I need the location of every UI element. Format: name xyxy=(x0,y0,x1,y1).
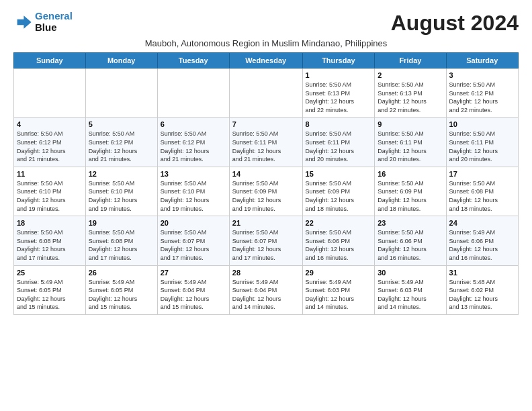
svg-marker-0 xyxy=(17,15,32,29)
day-number: 6 xyxy=(161,120,226,128)
col-friday: Friday xyxy=(375,53,446,68)
week-row-3: 18Sunrise: 5:50 AM Sunset: 6:08 PM Dayli… xyxy=(14,216,519,265)
day-detail: Sunrise: 5:50 AM Sunset: 6:11 PM Dayligh… xyxy=(378,130,443,163)
day-number: 5 xyxy=(89,120,154,128)
day-detail: Sunrise: 5:49 AM Sunset: 6:05 PM Dayligh… xyxy=(89,278,154,312)
day-cell: 29Sunrise: 5:49 AM Sunset: 6:03 PM Dayli… xyxy=(302,265,375,314)
day-number: 29 xyxy=(306,269,372,277)
header-row: Sunday Monday Tuesday Wednesday Thursday… xyxy=(14,53,519,68)
day-cell: 15Sunrise: 5:50 AM Sunset: 6:09 PM Dayli… xyxy=(302,167,375,216)
day-number: 27 xyxy=(161,269,226,277)
day-cell: 2Sunrise: 5:50 AM Sunset: 6:13 PM Daylig… xyxy=(375,68,446,118)
day-number: 26 xyxy=(89,269,154,277)
day-number: 10 xyxy=(449,120,515,128)
day-cell: 22Sunrise: 5:50 AM Sunset: 6:06 PM Dayli… xyxy=(302,216,375,265)
day-detail: Sunrise: 5:49 AM Sunset: 6:03 PM Dayligh… xyxy=(378,278,443,312)
day-detail: Sunrise: 5:49 AM Sunset: 6:06 PM Dayligh… xyxy=(449,228,515,262)
week-row-4: 25Sunrise: 5:49 AM Sunset: 6:05 PM Dayli… xyxy=(14,265,519,314)
day-number: 12 xyxy=(89,170,154,178)
day-number: 8 xyxy=(306,120,372,128)
day-detail: Sunrise: 5:50 AM Sunset: 6:09 PM Dayligh… xyxy=(232,179,300,213)
calendar-table: Sunday Monday Tuesday Wednesday Thursday… xyxy=(13,52,519,315)
day-number: 18 xyxy=(17,219,83,227)
col-thursday: Thursday xyxy=(302,53,375,68)
day-number: 2 xyxy=(378,71,443,79)
day-detail: Sunrise: 5:50 AM Sunset: 6:12 PM Dayligh… xyxy=(161,130,226,163)
day-number: 11 xyxy=(17,170,83,178)
day-cell: 8Sunrise: 5:50 AM Sunset: 6:11 PM Daylig… xyxy=(302,118,375,167)
day-cell: 23Sunrise: 5:50 AM Sunset: 6:06 PM Dayli… xyxy=(375,216,446,265)
day-detail: Sunrise: 5:50 AM Sunset: 6:11 PM Dayligh… xyxy=(232,130,300,163)
day-number: 19 xyxy=(89,219,154,227)
day-number: 14 xyxy=(232,170,300,178)
day-cell: 25Sunrise: 5:49 AM Sunset: 6:05 PM Dayli… xyxy=(14,265,86,314)
day-number: 28 xyxy=(232,269,300,277)
day-number: 23 xyxy=(378,219,443,227)
day-cell: 30Sunrise: 5:49 AM Sunset: 6:03 PM Dayli… xyxy=(375,265,446,314)
day-number: 4 xyxy=(17,120,83,128)
col-saturday: Saturday xyxy=(446,53,518,68)
col-sunday: Sunday xyxy=(14,53,86,68)
day-cell: 18Sunrise: 5:50 AM Sunset: 6:08 PM Dayli… xyxy=(14,216,86,265)
day-detail: Sunrise: 5:50 AM Sunset: 6:09 PM Dayligh… xyxy=(378,179,443,213)
day-detail: Sunrise: 5:50 AM Sunset: 6:13 PM Dayligh… xyxy=(378,81,443,114)
day-cell: 26Sunrise: 5:49 AM Sunset: 6:05 PM Dayli… xyxy=(85,265,157,314)
day-cell: 14Sunrise: 5:50 AM Sunset: 6:09 PM Dayli… xyxy=(229,167,302,216)
day-cell xyxy=(157,68,229,118)
day-detail: Sunrise: 5:50 AM Sunset: 6:13 PM Dayligh… xyxy=(306,81,372,114)
day-cell xyxy=(14,68,86,118)
day-cell: 24Sunrise: 5:49 AM Sunset: 6:06 PM Dayli… xyxy=(446,216,518,265)
day-detail: Sunrise: 5:49 AM Sunset: 6:04 PM Dayligh… xyxy=(232,278,300,312)
week-row-0: 1Sunrise: 5:50 AM Sunset: 6:13 PM Daylig… xyxy=(14,68,519,118)
day-detail: Sunrise: 5:48 AM Sunset: 6:02 PM Dayligh… xyxy=(449,278,515,312)
day-cell xyxy=(85,68,157,118)
day-cell: 1Sunrise: 5:50 AM Sunset: 6:13 PM Daylig… xyxy=(302,68,375,118)
col-tuesday: Tuesday xyxy=(157,53,229,68)
title-block: August 2024 xyxy=(391,11,519,36)
day-number: 30 xyxy=(378,269,443,277)
day-detail: Sunrise: 5:50 AM Sunset: 6:08 PM Dayligh… xyxy=(17,228,83,262)
day-detail: Sunrise: 5:49 AM Sunset: 6:05 PM Dayligh… xyxy=(17,278,83,312)
day-detail: Sunrise: 5:50 AM Sunset: 6:07 PM Dayligh… xyxy=(232,228,300,262)
day-cell: 13Sunrise: 5:50 AM Sunset: 6:10 PM Dayli… xyxy=(157,167,229,216)
day-number: 7 xyxy=(232,120,300,128)
logo-icon xyxy=(13,13,32,32)
day-cell: 9Sunrise: 5:50 AM Sunset: 6:11 PM Daylig… xyxy=(375,118,446,167)
day-cell: 12Sunrise: 5:50 AM Sunset: 6:10 PM Dayli… xyxy=(85,167,157,216)
day-cell: 16Sunrise: 5:50 AM Sunset: 6:09 PM Dayli… xyxy=(375,167,446,216)
logo-text: General Blue xyxy=(35,11,73,33)
day-number: 15 xyxy=(306,170,372,178)
subtitle: Mauboh, Autonomous Region in Muslim Mind… xyxy=(13,38,519,48)
day-cell xyxy=(229,68,302,118)
page: General Blue August 2024 Mauboh, Autonom… xyxy=(0,0,532,322)
day-detail: Sunrise: 5:50 AM Sunset: 6:10 PM Dayligh… xyxy=(89,179,154,213)
day-detail: Sunrise: 5:50 AM Sunset: 6:07 PM Dayligh… xyxy=(161,228,226,262)
day-number: 25 xyxy=(17,269,83,277)
day-detail: Sunrise: 5:49 AM Sunset: 6:04 PM Dayligh… xyxy=(161,278,226,312)
day-cell: 4Sunrise: 5:50 AM Sunset: 6:12 PM Daylig… xyxy=(14,118,86,167)
week-row-1: 4Sunrise: 5:50 AM Sunset: 6:12 PM Daylig… xyxy=(14,118,519,167)
day-cell: 20Sunrise: 5:50 AM Sunset: 6:07 PM Dayli… xyxy=(157,216,229,265)
day-number: 24 xyxy=(449,219,515,227)
day-cell: 21Sunrise: 5:50 AM Sunset: 6:07 PM Dayli… xyxy=(229,216,302,265)
day-number: 20 xyxy=(161,219,226,227)
day-cell: 5Sunrise: 5:50 AM Sunset: 6:12 PM Daylig… xyxy=(85,118,157,167)
day-cell: 31Sunrise: 5:48 AM Sunset: 6:02 PM Dayli… xyxy=(446,265,518,314)
day-number: 16 xyxy=(378,170,443,178)
day-cell: 19Sunrise: 5:50 AM Sunset: 6:08 PM Dayli… xyxy=(85,216,157,265)
day-number: 22 xyxy=(306,219,372,227)
day-number: 31 xyxy=(449,269,515,277)
day-detail: Sunrise: 5:50 AM Sunset: 6:06 PM Dayligh… xyxy=(378,228,443,262)
day-number: 13 xyxy=(161,170,226,178)
day-cell: 28Sunrise: 5:49 AM Sunset: 6:04 PM Dayli… xyxy=(229,265,302,314)
day-detail: Sunrise: 5:50 AM Sunset: 6:12 PM Dayligh… xyxy=(449,81,515,114)
day-cell: 11Sunrise: 5:50 AM Sunset: 6:10 PM Dayli… xyxy=(14,167,86,216)
day-cell: 27Sunrise: 5:49 AM Sunset: 6:04 PM Dayli… xyxy=(157,265,229,314)
day-cell: 6Sunrise: 5:50 AM Sunset: 6:12 PM Daylig… xyxy=(157,118,229,167)
day-number: 21 xyxy=(232,219,300,227)
day-cell: 3Sunrise: 5:50 AM Sunset: 6:12 PM Daylig… xyxy=(446,68,518,118)
month-year: August 2024 xyxy=(391,11,519,36)
day-detail: Sunrise: 5:50 AM Sunset: 6:11 PM Dayligh… xyxy=(449,130,515,163)
day-detail: Sunrise: 5:50 AM Sunset: 6:10 PM Dayligh… xyxy=(17,179,83,213)
day-number: 9 xyxy=(378,120,443,128)
